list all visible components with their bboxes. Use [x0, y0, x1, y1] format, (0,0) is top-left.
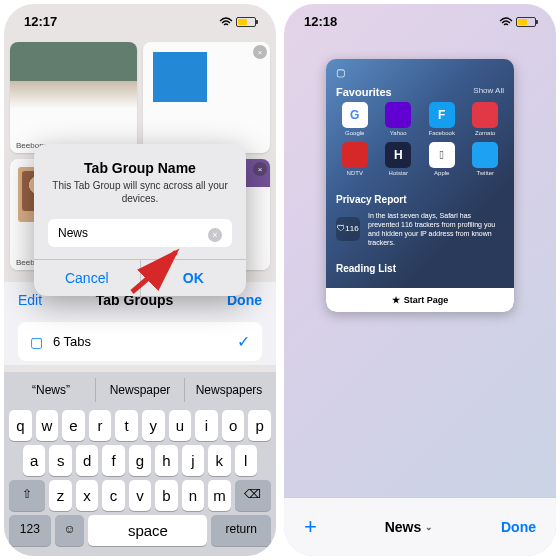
new-tab-button[interactable]: + [304, 514, 317, 540]
key-d[interactable]: d [76, 445, 98, 476]
keyboard-row: ⇧ zxcvbnm ⌫ [9, 480, 271, 511]
close-icon[interactable]: × [253, 45, 267, 59]
tab-card[interactable]: Beeborn [10, 42, 137, 153]
key-s[interactable]: s [49, 445, 71, 476]
key-f[interactable]: f [102, 445, 124, 476]
right-screenshot: 12:18 ▢ Favourites Show All GGoogleYahoo… [284, 4, 556, 556]
start-page-footer: ★ Start Page [326, 288, 514, 312]
battery-icon [236, 17, 256, 27]
tab-count-label: 6 Tabs [53, 334, 227, 349]
favorite-apple[interactable]: Apple [423, 142, 461, 176]
suggestion[interactable]: “News” [7, 378, 95, 402]
key-z[interactable]: z [49, 480, 71, 511]
status-time: 12:18 [304, 14, 337, 29]
wifi-icon [219, 17, 233, 27]
done-button[interactable]: Done [501, 519, 536, 535]
status-icons [499, 17, 536, 27]
key-b[interactable]: b [155, 480, 177, 511]
status-bar: 12:17 [4, 4, 276, 33]
shield-icon: 🛡 116 [336, 217, 360, 241]
ok-button[interactable]: OK [140, 260, 247, 296]
backspace-key[interactable]: ⌫ [235, 480, 271, 511]
tab-group-name-input[interactable] [48, 219, 232, 247]
book-icon: ▢ [336, 67, 345, 78]
suggestion[interactable]: Newspaper [95, 378, 185, 402]
space-key[interactable]: space [88, 515, 207, 546]
favorite-ndtv[interactable]: NDTV [336, 142, 374, 176]
favorite-yahoo[interactable]: Yahoo [380, 102, 418, 136]
tab-group-row[interactable]: ▢ 6 Tabs ✓ [18, 322, 262, 361]
shift-key[interactable]: ⇧ [9, 480, 45, 511]
keyboard-suggestions: “News” Newspaper Newspapers [7, 376, 273, 406]
key-v[interactable]: v [129, 480, 151, 511]
chevron-down-icon: ⌄ [425, 522, 433, 532]
key-w[interactable]: w [36, 410, 59, 441]
return-key[interactable]: return [211, 515, 271, 546]
favorites-label: Favourites [336, 86, 392, 98]
favorite-facebook[interactable]: FFacebook [423, 102, 461, 136]
favorite-twitter[interactable]: Twitter [467, 142, 505, 176]
key-i[interactable]: i [195, 410, 218, 441]
favorite-zomato[interactable]: Zomato [467, 102, 505, 136]
suggestion[interactable]: Newspapers [185, 378, 273, 402]
key-y[interactable]: y [142, 410, 165, 441]
key-c[interactable]: c [102, 480, 124, 511]
reading-list-title: Reading List [336, 263, 504, 274]
privacy-report-text: In the last seven days, Safari has preve… [368, 211, 504, 247]
dialog-subtitle: This Tab Group will sync across all your… [52, 179, 228, 205]
show-all-link[interactable]: Show All [473, 86, 504, 98]
key-r[interactable]: r [89, 410, 112, 441]
tab-card[interactable]: × [143, 42, 270, 153]
status-bar: 12:18 [284, 4, 556, 33]
key-n[interactable]: n [182, 480, 204, 511]
keyboard: “News” Newspaper Newspapers qwertyuiop a… [4, 372, 276, 556]
battery-icon [516, 17, 536, 27]
cancel-button[interactable]: Cancel [34, 260, 140, 296]
start-page-preview[interactable]: ▢ Favourites Show All GGoogleYahooFFaceb… [326, 59, 514, 312]
key-j[interactable]: j [182, 445, 204, 476]
key-g[interactable]: g [129, 445, 151, 476]
key-m[interactable]: m [208, 480, 230, 511]
checkmark-icon: ✓ [237, 332, 250, 351]
favorites-grid: GGoogleYahooFFacebookZomatoNDTVHHotstar… [326, 98, 514, 186]
tab-group-selector[interactable]: News ⌄ [317, 519, 501, 535]
left-screenshot: 12:17 Beeborn × Beebo… …s, Fina…× Tab Gr… [4, 4, 276, 556]
favorite-hotstar[interactable]: HHotstar [380, 142, 418, 176]
close-icon[interactable]: × [253, 162, 267, 176]
tab-group-name-dialog: Tab Group Name This Tab Group will sync … [34, 144, 246, 296]
key-k[interactable]: k [208, 445, 230, 476]
key-a[interactable]: a [23, 445, 45, 476]
key-o[interactable]: o [222, 410, 245, 441]
key-q[interactable]: q [9, 410, 32, 441]
emoji-key[interactable]: ☺ [55, 515, 85, 546]
star-icon: ★ [392, 295, 400, 305]
keyboard-row: qwertyuiop [9, 410, 271, 441]
status-icons [219, 17, 256, 27]
wifi-icon [499, 17, 513, 27]
dialog-title: Tab Group Name [52, 160, 228, 176]
key-x[interactable]: x [76, 480, 98, 511]
key-l[interactable]: l [235, 445, 257, 476]
clear-icon[interactable]: × [208, 228, 222, 242]
bottom-toolbar: + News ⌄ Done [284, 497, 556, 556]
key-h[interactable]: h [155, 445, 177, 476]
key-e[interactable]: e [62, 410, 85, 441]
key-t[interactable]: t [115, 410, 138, 441]
favorite-google[interactable]: GGoogle [336, 102, 374, 136]
key-p[interactable]: p [248, 410, 271, 441]
keyboard-row: asdfghjkl [9, 445, 271, 476]
tabs-icon: ▢ [30, 334, 43, 350]
numbers-key[interactable]: 123 [9, 515, 51, 546]
key-u[interactable]: u [169, 410, 192, 441]
status-time: 12:17 [24, 14, 57, 29]
privacy-report-title: Privacy Report [336, 194, 504, 205]
